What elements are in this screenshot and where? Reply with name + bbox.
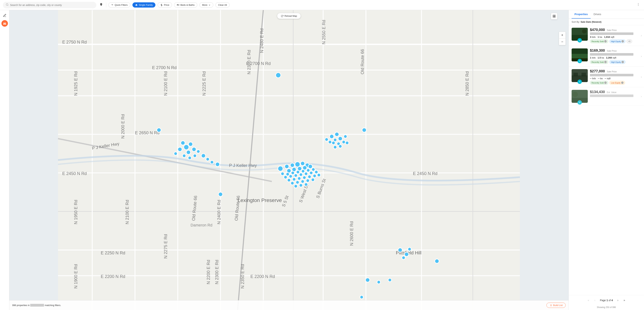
svg-point-73: [192, 147, 196, 151]
map-area[interactable]: E 2750 N Rd E 2700 N Rd E 2700 N Rd E 26…: [9, 10, 568, 310]
property-image-wrap: +: [572, 90, 588, 103]
page-first-button[interactable]: «: [586, 297, 591, 303]
property-address: [590, 32, 634, 35]
map-properties-count: 996 properties in ████ matching filters.: [12, 304, 61, 306]
page-last-button[interactable]: »: [621, 297, 627, 303]
tag-high-equity: High Equity i: [609, 39, 626, 43]
svg-point-72: [186, 150, 191, 154]
add-property-button[interactable]: +: [578, 59, 582, 63]
svg-rect-151: [554, 16, 556, 18]
svg-point-81: [210, 161, 214, 164]
svg-point-97: [296, 170, 300, 174]
svg-point-116: [296, 181, 299, 184]
property-card[interactable]: + $134,430 Est. Value ›: [569, 87, 644, 105]
svg-rect-149: [553, 15, 554, 16]
tag-info-icon[interactable]: i: [604, 40, 606, 43]
location-button[interactable]: [98, 2, 104, 8]
tag-info-icon[interactable]: i: [622, 61, 624, 63]
map-zoom-controls: + −: [559, 32, 566, 45]
svg-point-138: [362, 128, 366, 132]
page-next-button[interactable]: ›: [615, 297, 621, 303]
svg-point-118: [306, 179, 310, 182]
svg-point-119: [311, 178, 315, 182]
zoom-in-button[interactable]: +: [559, 32, 566, 38]
left-panel: [0, 10, 9, 310]
property-card[interactable]: + $169,300 Sale Price 1 bds 1.5 ba 2,268…: [569, 46, 644, 67]
draw-tool-button[interactable]: [2, 12, 8, 19]
svg-text:E 2450 N Rd: E 2450 N Rd: [413, 171, 437, 176]
svg-text:N 1925 E Rd: N 1925 E Rd: [73, 71, 78, 96]
tag-info-icon[interactable]: i: [622, 40, 624, 43]
svg-point-141: [404, 252, 409, 256]
svg-point-79: [201, 153, 206, 158]
property-address: [590, 74, 634, 76]
svg-rect-168: [582, 73, 586, 76]
svg-point-145: [366, 278, 370, 282]
svg-text:N 2850 E Rd: N 2850 E Rd: [465, 71, 470, 96]
svg-point-101: [284, 176, 287, 179]
tag-info-icon[interactable]: i: [604, 61, 606, 63]
map-footer: 996 properties in ████ matching filters.…: [9, 300, 568, 310]
property-image-wrap: +: [572, 48, 588, 61]
property-card[interactable]: + $470,000 Sale Price 3 bds 1 ba 1,918 s…: [569, 25, 644, 46]
svg-text:N 2200 E Rd: N 2200 E Rd: [206, 260, 211, 284]
svg-point-99: [306, 169, 310, 172]
property-tags: Recently Sold i Low Equity i: [590, 81, 641, 85]
chevron-right-icon: ›: [641, 54, 642, 58]
property-details: -- bds -- ba -- sqft: [590, 77, 641, 80]
svg-point-122: [304, 183, 308, 186]
map-svg: E 2750 N Rd E 2700 N Rd E 2700 N Rd E 26…: [9, 10, 568, 310]
svg-point-132: [338, 144, 342, 148]
showing-count: Showing 250 of 996: [569, 305, 644, 310]
right-panel-tabs: Properties Drives: [569, 10, 644, 19]
svg-point-161: [582, 29, 586, 34]
header-menu-button[interactable]: [636, 2, 641, 8]
search-input[interactable]: [10, 4, 94, 7]
page-prev-button[interactable]: ‹: [592, 297, 598, 303]
drive-tool-button[interactable]: [2, 20, 8, 27]
single-family-button[interactable]: Single Family: [132, 2, 156, 8]
tag-info-icon[interactable]: i: [604, 82, 606, 84]
reload-map-button[interactable]: Reload Map: [277, 13, 301, 19]
property-info: $134,430 Est. Value: [590, 90, 641, 98]
svg-point-78: [196, 150, 200, 153]
svg-point-107: [315, 170, 318, 174]
svg-point-75: [182, 154, 186, 158]
beds-baths-button[interactable]: Beds & Baths: [174, 2, 197, 8]
clear-all-button[interactable]: Clear All: [216, 2, 230, 8]
svg-point-135: [325, 138, 328, 141]
more-button[interactable]: More: [200, 2, 214, 8]
tab-properties[interactable]: Properties: [572, 10, 591, 19]
svg-point-110: [298, 177, 301, 180]
add-property-button[interactable]: +: [578, 80, 582, 84]
svg-text:N 2225 E Rd: N 2225 E Rd: [202, 71, 206, 96]
svg-point-120: [294, 185, 298, 188]
svg-point-140: [398, 248, 402, 252]
property-card[interactable]: + $277,000 Sale Price -- bds -- ba -- sq…: [569, 67, 644, 87]
map-toggle-button[interactable]: [551, 13, 558, 20]
quick-filters-button[interactable]: Quick Filters: [108, 2, 130, 8]
tag-recently-sold: Recently Sold i: [590, 81, 608, 85]
sort-bar: Sort By: Sale Date (Newest): [569, 19, 644, 25]
add-property-button[interactable]: +: [578, 38, 582, 43]
svg-point-70: [181, 141, 185, 145]
svg-point-68: [184, 144, 189, 150]
build-list-button[interactable]: Build List: [546, 303, 566, 308]
svg-text:E 2650 N Rd: E 2650 N Rd: [135, 130, 160, 135]
svg-point-80: [206, 158, 209, 161]
svg-text:E 2700 N Rd: E 2700 N Rd: [152, 65, 176, 70]
search-bar[interactable]: [3, 2, 96, 8]
zoom-out-button[interactable]: −: [559, 39, 566, 45]
svg-point-127: [342, 140, 345, 144]
tag-plus[interactable]: +1: [626, 39, 632, 43]
add-property-button[interactable]: +: [578, 100, 582, 105]
property-price: $277,000: [590, 69, 605, 73]
svg-text:N 2480 E Rd: N 2480 E Rd: [259, 29, 264, 53]
tag-info-icon[interactable]: i: [621, 82, 624, 84]
svg-point-84: [284, 164, 289, 169]
tab-drives[interactable]: Drives: [591, 10, 604, 19]
property-address: [590, 53, 634, 56]
svg-text:N 2100 E Rd: N 2100 E Rd: [124, 200, 130, 224]
svg-point-117: [301, 180, 304, 183]
price-button[interactable]: Price: [158, 2, 172, 8]
